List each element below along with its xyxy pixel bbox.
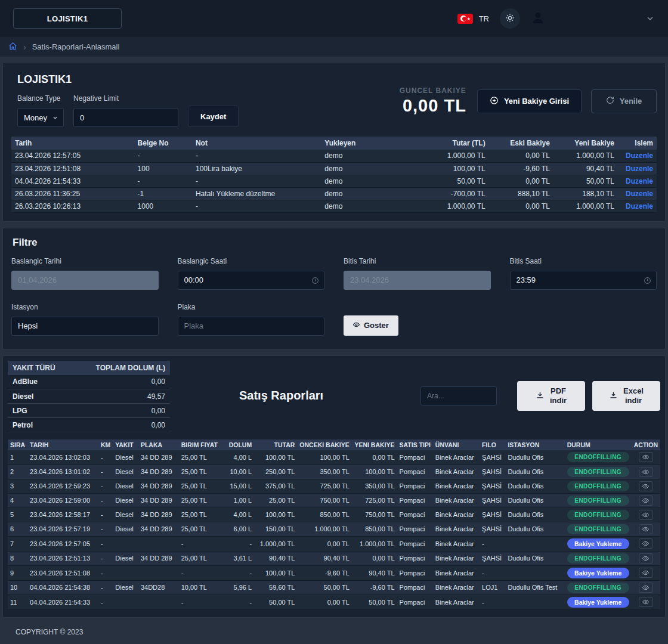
cell-birim: 25,00 TL xyxy=(179,507,222,522)
col-plaka: PLAKA xyxy=(138,439,179,450)
cell-yeni: 350,00 TL xyxy=(352,479,397,493)
chevron-down-icon[interactable] xyxy=(645,14,655,23)
cell-action xyxy=(632,565,660,580)
sales-table-row: 123.04.2026 13:02:03-Diesel34 DD 28925,0… xyxy=(8,450,660,465)
cell-filo: - xyxy=(480,536,505,551)
cell-onceki: -9,60 TL xyxy=(297,565,351,580)
new-balance-button[interactable]: Yeni Bakiye Girisi xyxy=(477,89,582,113)
show-button[interactable]: Goster xyxy=(344,315,398,336)
download-icon xyxy=(536,391,545,401)
end-time-input[interactable] xyxy=(510,271,657,290)
cell-sira: 10 xyxy=(8,580,27,595)
balance-type-label: Balance Type xyxy=(17,94,64,103)
cell-onceki: 1.000,00 TL xyxy=(297,522,351,536)
cell-birim: 25,00 TL xyxy=(179,450,222,465)
cell-tarih: 23.04.2026 13:02:03 xyxy=(27,450,98,465)
end-date-input[interactable] xyxy=(344,271,491,290)
fuel-type: AdBlue xyxy=(8,375,72,389)
sales-table-row: 1004.04.2026 21:54:38-Diesel34DD2810,00 … xyxy=(8,580,660,595)
cell-filo: ŞAHSİ xyxy=(480,522,505,536)
cell-sira: 11 xyxy=(8,595,27,609)
edit-link[interactable]: Duzenle xyxy=(626,165,653,173)
view-button[interactable] xyxy=(639,452,653,462)
theme-toggle-button[interactable] xyxy=(500,8,520,29)
negative-limit-input[interactable] xyxy=(73,108,178,127)
view-button[interactable] xyxy=(639,568,653,578)
cell-yeni: 1.000,00 TL xyxy=(553,200,618,212)
status-badge: ENDOFFILLING xyxy=(567,510,629,520)
cell-satis: Pompaci xyxy=(397,580,433,595)
edit-link[interactable]: Duzenle xyxy=(626,190,653,198)
edit-link[interactable]: Duzenle xyxy=(626,202,653,210)
balance-type-select[interactable]: Money xyxy=(17,108,64,127)
breadcrumb: › Satis-Raporlari-Anlasmali xyxy=(0,37,668,57)
cell-yeni: 50,00 TL xyxy=(352,595,397,609)
cell-yakit xyxy=(113,595,138,609)
cell-islem: Duzenle xyxy=(618,200,657,212)
cell-durum: ENDOFFILLING xyxy=(565,580,632,595)
cell-istasyon xyxy=(505,565,564,580)
col-tarih: Tarih xyxy=(11,137,134,150)
view-button[interactable] xyxy=(639,496,653,506)
view-button[interactable] xyxy=(639,481,653,491)
view-button[interactable] xyxy=(639,538,653,549)
table-header-row: SIRATARIHKMYAKITPLAKABIRIM FIYATDOLUMTUT… xyxy=(8,439,660,450)
cell-km: - xyxy=(98,536,113,551)
brand-button[interactable]: LOJISTIK1 xyxy=(13,8,122,29)
cell-satis: Pompaci xyxy=(397,493,433,507)
start-time-input[interactable] xyxy=(178,271,325,290)
cell-onceki: 850,00 TL xyxy=(297,507,351,522)
edit-link[interactable]: Duzenle xyxy=(626,151,653,160)
search-input[interactable] xyxy=(420,386,497,405)
cell-yeni: 90,40 TL xyxy=(352,565,397,580)
status-badge: ENDOFFILLING xyxy=(567,553,629,564)
station-select[interactable] xyxy=(11,317,159,336)
cell-unvan: Binek Araclar xyxy=(433,507,480,522)
station-label: Istasyon xyxy=(11,303,159,311)
language-label[interactable]: TR xyxy=(479,14,489,23)
home-icon[interactable] xyxy=(8,42,17,52)
col-istasyon: ISTASYON xyxy=(505,439,564,450)
cell-onceki: 350,00 TL xyxy=(297,465,351,479)
col-belge-no: Belge No xyxy=(134,137,192,150)
user-avatar-icon[interactable] xyxy=(531,11,545,27)
view-button[interactable] xyxy=(639,467,653,477)
cell-action xyxy=(632,479,660,493)
view-button[interactable] xyxy=(639,553,653,564)
cell-yakit: Diesel xyxy=(113,551,138,565)
table-header-row: Tarih Belge No Not Yukleyen Tutar (TL) E… xyxy=(11,137,657,150)
view-button[interactable] xyxy=(639,524,653,534)
show-button-label: Goster xyxy=(364,321,389,330)
plate-input[interactable] xyxy=(178,317,325,336)
cell-eski: -9,60 TL xyxy=(489,162,553,175)
view-button[interactable] xyxy=(639,510,653,520)
cell-durum: ENDOFFILLING xyxy=(565,507,632,522)
cell-durum: Bakiye Yukleme xyxy=(565,595,632,609)
cell-durum: ENDOFFILLING xyxy=(565,493,632,507)
view-button[interactable] xyxy=(639,583,653,593)
cell-tarih: 23.04.2026 12:59:00 xyxy=(27,493,98,507)
refresh-button-label: Yenile xyxy=(620,97,642,106)
sales-table-row: 223.04.2026 13:01:02-Diesel34 DD 28925,0… xyxy=(8,465,660,479)
save-button[interactable]: Kaydet xyxy=(188,106,239,127)
excel-download-button[interactable]: Excelindir xyxy=(592,381,660,411)
edit-link[interactable]: Duzenle xyxy=(626,177,653,185)
cell-plaka xyxy=(138,536,179,551)
col-km: KM xyxy=(98,439,113,450)
end-date-label: Bitis Tarihi xyxy=(344,257,491,265)
cell-filo: ŞAHSİ xyxy=(480,551,505,565)
view-button[interactable] xyxy=(639,597,653,607)
fuel-total: 0,00 xyxy=(72,375,170,389)
pdf-download-button[interactable]: PDFindir xyxy=(517,381,585,411)
cell-sira: 3 xyxy=(8,479,27,493)
status-badge: Bakiye Yukleme xyxy=(567,538,629,549)
start-date-input[interactable] xyxy=(11,271,159,290)
balance-table-row: 23.04.2026 12:51:08100100Lira bakiyedemo… xyxy=(11,162,657,175)
cell-tarih: 23.04.2026 12:51:13 xyxy=(27,551,98,565)
cell-sira: 2 xyxy=(8,465,27,479)
refresh-button[interactable]: Yenile xyxy=(591,89,657,113)
cell-km: - xyxy=(98,450,113,465)
turkey-flag-icon: ★ xyxy=(457,14,473,24)
cell-istasyon: Dudullu Ofis xyxy=(505,507,564,522)
cell-tutar: 250,00 TL xyxy=(254,465,297,479)
